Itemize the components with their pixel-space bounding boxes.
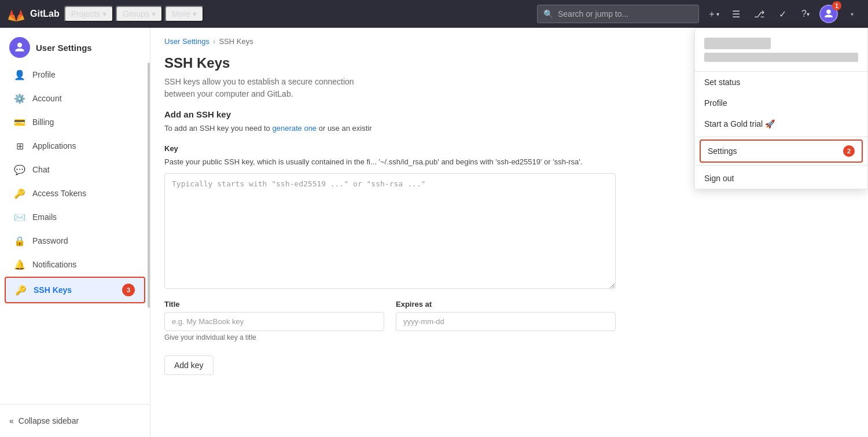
more-menu[interactable]: More ▾ [165,6,204,22]
account-icon: ⚙️ [14,93,25,104]
sidebar-item-ssh-keys[interactable]: 🔑 SSH Keys 3 [5,277,145,303]
sidebar-scrollbar[interactable] [148,63,150,308]
title-label: Title [164,300,384,309]
ssh-keys-badge: 3 [122,284,135,296]
billing-icon: 💳 [14,116,25,128]
emails-icon: ✉️ [14,211,25,223]
topnav-links: Projects ▾ Groups ▾ More ▾ [64,6,204,22]
board-icon: ☰ [732,9,740,20]
plus-caret-icon: ▾ [716,11,719,17]
sidebar-item-profile[interactable]: 👤 Profile [5,63,145,86]
key-textarea[interactable] [164,173,616,289]
title-input[interactable] [164,312,384,331]
ssh-keys-icon: 🔑 [15,284,27,296]
sidebar-item-label: Chat [32,165,50,174]
help-icon: ? [801,9,807,19]
search-input[interactable] [558,9,693,19]
notifications-icon: 🔔 [14,259,25,270]
new-item-button[interactable]: ＋ ▾ [704,5,722,23]
generate-one-link[interactable]: generate one [272,124,317,133]
add-key-button[interactable]: Add key [164,355,214,375]
dropdown-divider-2 [695,165,867,166]
title-expires-row: Title Give your individual key a title E… [164,300,616,351]
dropdown-set-status[interactable]: Set status [695,72,867,93]
merge-button[interactable]: ⎇ [750,5,768,23]
avatar-notification-badge: 1 [832,1,841,10]
sidebar-item-label: Access Tokens [32,189,86,198]
sidebar-item-label: Emails [32,212,57,222]
more-caret-icon: ▾ [193,9,197,19]
expires-field-group: Expires at [396,300,616,341]
add-ssh-key-title: Add an SSH key [164,109,616,119]
avatar-caret-button[interactable]: ▾ [843,5,861,23]
avatar-caret-icon: ▾ [851,11,854,17]
sidebar-item-label: Billing [32,117,54,127]
sidebar-item-applications[interactable]: ⊞ Applications [5,134,145,157]
gitlab-wordmark: GitLab [30,9,60,19]
sidebar-avatar-icon [14,42,25,53]
title-field-group: Title Give your individual key a title [164,300,384,341]
search-bar[interactable]: 🔍 [537,5,699,23]
sidebar: User Settings 👤 Profile ⚙️ Account 💳 Bil… [0,28,150,437]
expires-label: Expires at [396,300,616,309]
projects-menu[interactable]: Projects ▾ [64,6,114,22]
projects-caret-icon: ▾ [102,9,106,19]
settings-label: Settings [708,146,737,156]
expires-input[interactable] [396,312,616,331]
access-tokens-icon: 🔑 [14,188,25,199]
topnav-icon-buttons: ＋ ▾ ☰ ⎇ ✓ ? ▾ 1 ▾ [704,5,861,23]
add-ssh-key-description: To add an SSH key you need to generate o… [164,123,616,135]
sidebar-item-account[interactable]: ⚙️ Account [5,87,145,110]
dropdown-sign-out[interactable]: Sign out [695,168,867,189]
groups-caret-icon: ▾ [152,9,156,19]
sidebar-avatar [9,37,30,58]
breadcrumb-separator: › [213,37,215,46]
board-button[interactable]: ☰ [727,5,745,23]
dropdown-profile[interactable]: Profile [695,93,867,113]
sidebar-item-notifications[interactable]: 🔔 Notifications [5,253,145,276]
plus-icon: ＋ [707,8,716,20]
merge-icon: ⎇ [754,9,764,20]
collapse-sidebar-button[interactable]: « Collapse sidebar [9,412,141,430]
dropdown-email: @██████████ [704,53,858,62]
sidebar-item-label: Applications [32,141,76,150]
applications-icon: ⊞ [14,140,25,152]
dropdown-items: Set status Profile Start a Gold trial 🚀 … [695,72,867,189]
chat-icon: 💬 [14,164,25,175]
sidebar-item-label: Password [32,236,68,245]
title-hint: Give your individual key a title [164,333,384,341]
sidebar-bottom: « Collapse sidebar [0,404,150,437]
dropdown-gold-trial[interactable]: Start a Gold trial 🚀 [695,113,867,134]
review-icon: ✓ [779,9,786,20]
dropdown-user-info: ██████████ @██████████ [695,28,867,72]
profile-link-label: Profile [704,98,727,108]
sidebar-item-emails[interactable]: ✉️ Emails [5,205,145,229]
dropdown-settings[interactable]: Settings 2 [700,139,863,163]
sidebar-item-password[interactable]: 🔒 Password [5,229,145,252]
groups-menu[interactable]: Groups ▾ [116,6,163,22]
help-caret-icon: ▾ [807,11,810,17]
sidebar-title: User Settings [36,43,92,53]
search-icon: 🔍 [543,9,553,19]
sidebar-item-chat[interactable]: 💬 Chat [5,158,145,181]
user-avatar-wrapper[interactable]: 1 [819,5,838,23]
sidebar-header: User Settings [0,28,150,63]
help-button[interactable]: ? ▾ [796,5,815,23]
sidebar-nav: 👤 Profile ⚙️ Account 💳 Billing ⊞ Applica… [0,63,150,404]
sidebar-item-access-tokens[interactable]: 🔑 Access Tokens [5,182,145,205]
collapse-label: Collapse sidebar [19,416,79,425]
profile-icon: 👤 [14,69,25,80]
sign-out-label: Sign out [704,174,734,183]
review-button[interactable]: ✓ [773,5,792,23]
breadcrumb-parent[interactable]: User Settings [164,37,209,46]
topnav: GitLab Projects ▾ Groups ▾ More ▾ 🔍 ＋ ▾ … [0,0,868,28]
sidebar-item-label: Account [32,94,62,103]
page-subtitle: SSH keys allow you to establish a secure… [150,74,382,109]
dropdown-username: ██████████ [704,38,771,49]
sidebar-item-billing[interactable]: 💳 Billing [5,111,145,134]
key-field-group: Key Paste your public SSH key, which is … [164,144,616,291]
gitlab-logo-link[interactable]: GitLab [7,5,60,23]
sidebar-item-label: Profile [32,70,56,79]
avatar-snowflake-icon [823,9,834,19]
collapse-icon: « [9,416,14,425]
